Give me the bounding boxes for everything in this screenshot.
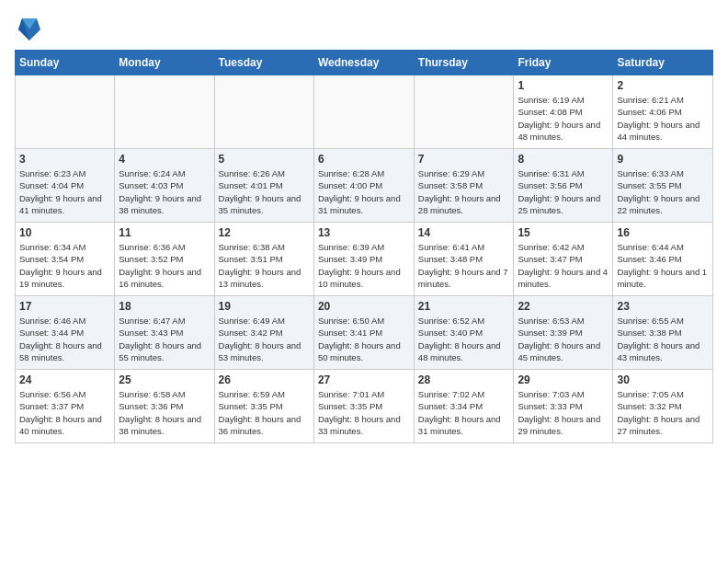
day-number: 16 [617, 226, 709, 239]
day-info: Sunrise: 6:49 AMSunset: 3:42 PMDaylight:… [219, 315, 310, 363]
column-header-friday: Friday [514, 51, 613, 75]
calendar-cell: 13Sunrise: 6:39 AMSunset: 3:49 PMDayligh… [313, 223, 414, 296]
column-header-saturday: Saturday [613, 51, 713, 75]
day-info: Sunrise: 7:05 AMSunset: 3:32 PMDaylight:… [617, 388, 709, 437]
day-info: Sunrise: 6:26 AMSunset: 4:01 PMDaylight:… [219, 167, 310, 216]
day-info: Sunrise: 6:42 AMSunset: 3:47 PMDaylight:… [518, 241, 609, 290]
calendar-table: SundayMondayTuesdayWednesdayThursdayFrid… [15, 50, 713, 443]
day-info: Sunrise: 6:21 AMSunset: 4:06 PMDaylight:… [617, 94, 709, 143]
calendar-cell: 5Sunrise: 6:26 AMSunset: 4:01 PMDaylight… [214, 149, 313, 223]
day-info: Sunrise: 6:31 AMSunset: 3:56 PMDaylight:… [518, 167, 609, 216]
calendar-cell: 8Sunrise: 6:31 AMSunset: 3:56 PMDaylight… [514, 149, 613, 223]
day-number: 7 [418, 153, 510, 166]
calendar-cell: 20Sunrise: 6:50 AMSunset: 3:41 PMDayligh… [313, 296, 414, 370]
day-info: Sunrise: 6:33 AMSunset: 3:55 PMDaylight:… [617, 167, 709, 216]
day-number: 20 [318, 300, 410, 313]
day-info: Sunrise: 7:01 AMSunset: 3:35 PMDaylight:… [318, 388, 410, 437]
calendar-cell: 16Sunrise: 6:44 AMSunset: 3:46 PMDayligh… [613, 223, 713, 296]
calendar-week-2: 3Sunrise: 6:23 AMSunset: 4:04 PMDaylight… [16, 149, 713, 223]
day-number: 15 [518, 226, 609, 239]
day-info: Sunrise: 6:56 AMSunset: 3:37 PMDaylight:… [19, 388, 110, 437]
calendar-cell: 7Sunrise: 6:29 AMSunset: 3:58 PMDaylight… [414, 149, 514, 223]
calendar-cell: 2Sunrise: 6:21 AMSunset: 4:06 PMDaylight… [613, 75, 713, 149]
calendar-cell: 1Sunrise: 6:19 AMSunset: 4:08 PMDaylight… [514, 75, 613, 149]
day-info: Sunrise: 6:24 AMSunset: 4:03 PMDaylight:… [119, 167, 210, 216]
day-info: Sunrise: 7:02 AMSunset: 3:34 PMDaylight:… [418, 388, 510, 437]
calendar-cell: 17Sunrise: 6:46 AMSunset: 3:44 PMDayligh… [16, 296, 115, 370]
day-number: 19 [219, 300, 310, 313]
day-number: 13 [318, 226, 410, 239]
day-info: Sunrise: 6:59 AMSunset: 3:35 PMDaylight:… [219, 388, 310, 437]
day-info: Sunrise: 6:38 AMSunset: 3:51 PMDaylight:… [219, 241, 310, 290]
day-info: Sunrise: 6:28 AMSunset: 4:00 PMDaylight:… [318, 167, 410, 216]
day-number: 23 [617, 300, 709, 313]
day-number: 18 [119, 300, 210, 313]
day-info: Sunrise: 7:03 AMSunset: 3:33 PMDaylight:… [518, 388, 609, 437]
day-info: Sunrise: 6:36 AMSunset: 3:52 PMDaylight:… [119, 241, 210, 290]
calendar-cell [313, 75, 414, 149]
calendar-cell: 10Sunrise: 6:34 AMSunset: 3:54 PMDayligh… [16, 223, 115, 296]
calendar-cell: 6Sunrise: 6:28 AMSunset: 4:00 PMDaylight… [313, 149, 414, 223]
calendar-cell: 28Sunrise: 7:02 AMSunset: 3:34 PMDayligh… [414, 370, 514, 443]
day-info: Sunrise: 6:29 AMSunset: 3:58 PMDaylight:… [418, 167, 510, 216]
day-info: Sunrise: 6:39 AMSunset: 3:49 PMDaylight:… [318, 241, 410, 290]
day-number: 1 [518, 79, 609, 92]
day-info: Sunrise: 6:46 AMSunset: 3:44 PMDaylight:… [19, 315, 110, 363]
calendar-cell: 11Sunrise: 6:36 AMSunset: 3:52 PMDayligh… [115, 223, 214, 296]
header [15, 15, 713, 44]
column-header-wednesday: Wednesday [313, 51, 414, 75]
day-number: 29 [518, 373, 609, 386]
calendar-cell: 24Sunrise: 6:56 AMSunset: 3:37 PMDayligh… [16, 370, 115, 443]
calendar-cell: 4Sunrise: 6:24 AMSunset: 4:03 PMDaylight… [115, 149, 214, 223]
calendar-cell [214, 75, 313, 149]
calendar-cell: 9Sunrise: 6:33 AMSunset: 3:55 PMDaylight… [613, 149, 713, 223]
day-info: Sunrise: 6:52 AMSunset: 3:40 PMDaylight:… [418, 315, 510, 363]
day-info: Sunrise: 6:41 AMSunset: 3:48 PMDaylight:… [418, 241, 510, 290]
calendar-cell: 18Sunrise: 6:47 AMSunset: 3:43 PMDayligh… [115, 296, 214, 370]
calendar-cell [115, 75, 214, 149]
day-number: 27 [318, 373, 410, 386]
day-info: Sunrise: 6:44 AMSunset: 3:46 PMDaylight:… [617, 241, 709, 290]
logo [15, 15, 48, 44]
day-info: Sunrise: 6:23 AMSunset: 4:04 PMDaylight:… [19, 167, 110, 216]
day-number: 8 [518, 153, 609, 166]
day-number: 30 [617, 373, 709, 386]
day-number: 11 [119, 226, 210, 239]
calendar-cell: 29Sunrise: 7:03 AMSunset: 3:33 PMDayligh… [514, 370, 613, 443]
column-header-thursday: Thursday [414, 51, 514, 75]
calendar-cell: 25Sunrise: 6:58 AMSunset: 3:36 PMDayligh… [115, 370, 214, 443]
day-number: 4 [119, 153, 210, 166]
calendar-cell: 19Sunrise: 6:49 AMSunset: 3:42 PMDayligh… [214, 296, 313, 370]
day-info: Sunrise: 6:50 AMSunset: 3:41 PMDaylight:… [318, 315, 410, 363]
day-number: 3 [19, 153, 110, 166]
calendar-week-4: 17Sunrise: 6:46 AMSunset: 3:44 PMDayligh… [16, 296, 713, 370]
day-number: 24 [19, 373, 110, 386]
day-number: 25 [119, 373, 210, 386]
column-header-tuesday: Tuesday [214, 51, 313, 75]
day-number: 22 [518, 300, 609, 313]
calendar-week-5: 24Sunrise: 6:56 AMSunset: 3:37 PMDayligh… [16, 370, 713, 443]
day-number: 28 [418, 373, 510, 386]
day-info: Sunrise: 6:34 AMSunset: 3:54 PMDaylight:… [19, 241, 110, 290]
column-header-sunday: Sunday [16, 51, 115, 75]
day-info: Sunrise: 6:53 AMSunset: 3:39 PMDaylight:… [518, 315, 609, 363]
calendar-cell: 30Sunrise: 7:05 AMSunset: 3:32 PMDayligh… [613, 370, 713, 443]
calendar-cell: 3Sunrise: 6:23 AMSunset: 4:04 PMDaylight… [16, 149, 115, 223]
calendar-cell [16, 75, 115, 149]
day-number: 17 [19, 300, 110, 313]
day-number: 5 [219, 153, 310, 166]
calendar-cell [414, 75, 514, 149]
calendar-cell: 12Sunrise: 6:38 AMSunset: 3:51 PMDayligh… [214, 223, 313, 296]
column-header-monday: Monday [115, 51, 214, 75]
day-number: 14 [418, 226, 510, 239]
calendar-week-1: 1Sunrise: 6:19 AMSunset: 4:08 PMDaylight… [16, 75, 713, 149]
day-number: 6 [318, 153, 410, 166]
calendar-cell: 22Sunrise: 6:53 AMSunset: 3:39 PMDayligh… [514, 296, 613, 370]
calendar-cell: 15Sunrise: 6:42 AMSunset: 3:47 PMDayligh… [514, 223, 613, 296]
day-number: 12 [219, 226, 310, 239]
calendar-week-3: 10Sunrise: 6:34 AMSunset: 3:54 PMDayligh… [16, 223, 713, 296]
day-number: 2 [617, 79, 709, 92]
day-info: Sunrise: 6:55 AMSunset: 3:38 PMDaylight:… [617, 315, 709, 363]
logo-icon [15, 15, 44, 44]
day-number: 9 [617, 153, 709, 166]
